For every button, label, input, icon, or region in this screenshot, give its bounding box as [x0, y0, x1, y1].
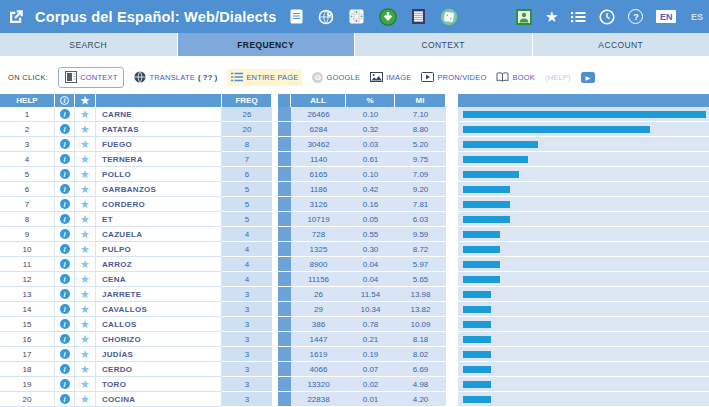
tab-search[interactable]: SEARCH [0, 33, 177, 56]
word-link[interactable]: CALLOS [96, 317, 222, 332]
info-icon[interactable]: i [60, 364, 70, 374]
word-grid-icon[interactable] [349, 9, 364, 24]
favorites-star-icon[interactable]: ★ [545, 9, 558, 24]
language-partial[interactable]: ES [691, 12, 703, 22]
info-icon[interactable]: i [60, 124, 70, 134]
kwic-sample-icon[interactable] [412, 9, 425, 24]
star-icon[interactable]: ★ [80, 169, 90, 180]
freq-link[interactable]: 3 [222, 362, 272, 377]
star-icon[interactable]: ★ [80, 394, 90, 405]
star-icon[interactable]: ★ [80, 319, 90, 330]
word-link[interactable]: FUEGO [96, 137, 222, 152]
word-link[interactable]: CAZUELA [96, 227, 222, 242]
word-link[interactable]: PATATAS [96, 122, 222, 137]
freq-link[interactable]: 26 [222, 107, 272, 122]
info-icon[interactable]: i [60, 154, 70, 164]
word-link[interactable]: POLLO [96, 167, 222, 182]
info-icon[interactable]: i [60, 169, 70, 179]
download-icon[interactable] [379, 8, 397, 26]
translate-option[interactable]: TRANSLATE ( ?? ) [134, 71, 217, 85]
freq-link[interactable]: 5 [222, 197, 272, 212]
freq-link[interactable]: 3 [222, 347, 272, 362]
entire-page-option[interactable]: ENTIRE PAGE [227, 69, 302, 86]
star-icon[interactable]: ★ [80, 124, 90, 135]
freq-link[interactable]: 3 [222, 287, 272, 302]
freq-link[interactable]: 4 [222, 227, 272, 242]
star-icon[interactable]: ★ [80, 154, 90, 165]
freq-link[interactable]: 4 [222, 257, 272, 272]
freq-link[interactable]: 4 [222, 242, 272, 257]
star-icon[interactable]: ★ [80, 274, 90, 285]
freq-link[interactable]: 3 [222, 302, 272, 317]
list-menu-icon[interactable] [571, 11, 586, 23]
col-header-star[interactable]: ★ [75, 94, 96, 107]
help-play-button[interactable]: ▶ [581, 72, 595, 83]
star-icon[interactable]: ★ [80, 139, 90, 150]
star-icon[interactable]: ★ [80, 349, 90, 360]
help-icon[interactable]: ? [628, 9, 643, 24]
random-dice-icon[interactable] [440, 8, 458, 26]
freq-link[interactable]: 3 [222, 392, 272, 407]
info-icon[interactable]: i [60, 349, 70, 359]
freq-link[interactable]: 3 [222, 332, 272, 347]
info-icon[interactable]: i [60, 109, 70, 119]
info-icon[interactable]: i [60, 259, 70, 269]
tab-frequency[interactable]: FREQUENCY [178, 33, 355, 56]
star-icon[interactable]: ★ [80, 364, 90, 375]
context-option-button[interactable]: CONTEXT [58, 67, 124, 88]
word-link[interactable]: CERDO [96, 362, 222, 377]
info-icon[interactable]: i [60, 289, 70, 299]
freq-link[interactable]: 5 [222, 182, 272, 197]
history-clock-icon[interactable] [599, 9, 615, 25]
info-icon[interactable]: i [60, 244, 70, 254]
freq-link[interactable]: 7 [222, 152, 272, 167]
col-header-freq[interactable]: FREQ [222, 94, 272, 107]
freq-link[interactable]: 6 [222, 167, 272, 182]
globe-location-icon[interactable] [318, 9, 334, 25]
info-icon[interactable]: i [60, 139, 70, 149]
word-link[interactable]: ARROZ [96, 257, 222, 272]
freq-link[interactable]: 8 [222, 137, 272, 152]
star-icon[interactable]: ★ [80, 184, 90, 195]
star-icon[interactable]: ★ [80, 304, 90, 315]
star-icon[interactable]: ★ [80, 289, 90, 300]
book-option[interactable]: BOOK [496, 72, 534, 84]
star-icon[interactable]: ★ [80, 334, 90, 345]
document-icon[interactable] [290, 9, 303, 24]
info-icon[interactable]: i [60, 184, 70, 194]
star-icon[interactable]: ★ [80, 109, 90, 120]
word-link[interactable]: CORDERO [96, 197, 222, 212]
star-icon[interactable]: ★ [80, 214, 90, 225]
star-icon[interactable]: ★ [80, 199, 90, 210]
info-icon[interactable]: i [60, 319, 70, 329]
user-account-icon[interactable] [516, 9, 532, 25]
col-header-mi[interactable]: MI [395, 94, 446, 107]
word-link[interactable]: CHORIZO [96, 332, 222, 347]
word-link[interactable]: TORO [96, 377, 222, 392]
star-icon[interactable]: ★ [80, 244, 90, 255]
col-header-info[interactable]: i [55, 94, 75, 107]
word-link[interactable]: TERNERA [96, 152, 222, 167]
freq-link[interactable]: 3 [222, 377, 272, 392]
col-header-help[interactable]: HELP [0, 94, 55, 107]
info-icon[interactable]: i [60, 379, 70, 389]
pron-video-option[interactable]: PRON/VIDEO [421, 72, 486, 84]
word-link[interactable]: PULPO [96, 242, 222, 257]
external-link-icon[interactable] [7, 8, 25, 26]
freq-link[interactable]: 5 [222, 212, 272, 227]
col-header-pct[interactable]: % [346, 94, 395, 107]
image-option[interactable]: IMAGE [370, 72, 411, 84]
star-icon[interactable]: ★ [80, 259, 90, 270]
word-link[interactable]: COCINA [96, 392, 222, 407]
col-header-all[interactable]: ALL [291, 94, 346, 107]
word-link[interactable]: JARRETE [96, 287, 222, 302]
info-icon[interactable]: i [60, 214, 70, 224]
word-link[interactable]: CAVALLOS [96, 302, 222, 317]
star-icon[interactable]: ★ [80, 379, 90, 390]
word-link[interactable]: GARBANZOS [96, 182, 222, 197]
tab-account[interactable]: ACCOUNT [533, 33, 709, 56]
info-icon[interactable]: i [60, 199, 70, 209]
language-badge[interactable]: EN [656, 10, 676, 23]
info-icon[interactable]: i [60, 394, 70, 404]
word-link[interactable]: CARNE [96, 107, 222, 122]
